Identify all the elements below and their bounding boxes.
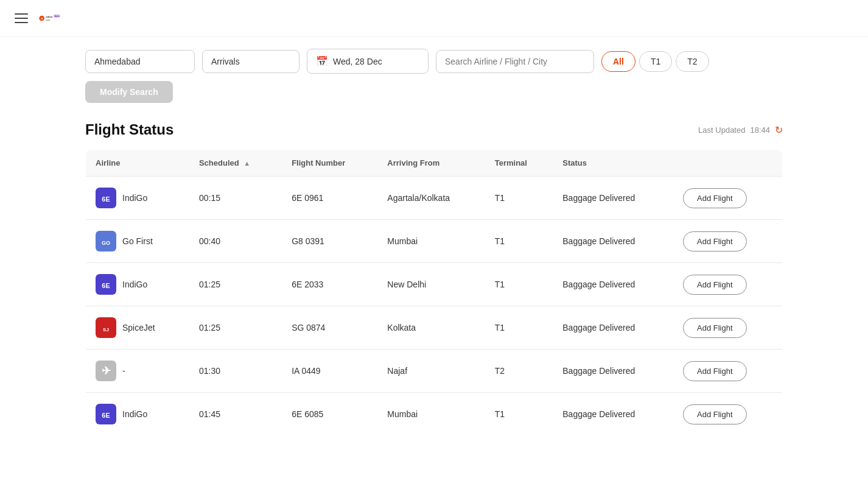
table-row: GO Go First 00:40 G8 0391 Mumbai T1 Bagg… [86, 220, 783, 263]
airline-cell-5: 6E IndiGo [86, 393, 189, 436]
status-cell-4: Baggage Delivered [553, 350, 673, 393]
search-row: 📅 Wed, 28 Dec All T1 T2 Modify Search [0, 37, 868, 115]
airline-name-4: - [122, 366, 125, 376]
flight-number-cell-3: SG 0874 [282, 306, 377, 350]
scheduled-cell-2: 01:25 [189, 263, 282, 306]
svg-text:SJ: SJ [103, 327, 109, 332]
modify-search-button[interactable]: Modify Search [85, 81, 173, 103]
arriving-from-cell-3: Kolkata [377, 306, 485, 350]
status-cell-5: Baggage Delivered [553, 393, 673, 436]
scheduled-cell-3: 01:25 [189, 306, 282, 350]
airline-logo-5: 6E [96, 404, 116, 424]
scheduled-cell-1: 00:40 [189, 220, 282, 263]
main-content: Flight Status Last Updated 18:44 ↻ Airli… [0, 115, 868, 460]
col-arriving-from: Arriving From [377, 150, 485, 177]
terminal-cell-2: T1 [485, 263, 553, 306]
last-updated-time: 18:44 [750, 125, 770, 135]
table-row: ✈ - 01:30 IA 0449 Najaf T2 Baggage Deliv… [86, 350, 783, 393]
table-row: 6E IndiGo 01:45 6E 6085 Mumbai T1 Baggag… [86, 393, 783, 436]
airline-cell-0: 6E IndiGo [86, 177, 189, 220]
airline-cell-3: SJ SpiceJet [86, 306, 189, 350]
arriving-from-cell-2: New Delhi [377, 263, 485, 306]
sort-icon: ▲ [243, 160, 250, 167]
adani-one-logo: a adani one Alpha [38, 7, 61, 30]
flight-number-cell-1: G8 0391 [282, 220, 377, 263]
airline-search-input[interactable] [436, 50, 594, 73]
table-header: Airline Scheduled ▲ Flight Number Arrivi… [86, 150, 783, 177]
col-flight-number: Flight Number [282, 150, 377, 177]
airline-logo-0: 6E [96, 188, 116, 208]
add-flight-button-3[interactable]: Add Flight [683, 318, 747, 338]
add-flight-button-1[interactable]: Add Flight [683, 231, 747, 252]
action-cell-5: Add Flight [673, 393, 782, 436]
airline-logo-3: SJ [96, 317, 116, 338]
col-action [673, 150, 782, 177]
flight-number-cell-4: IA 0449 [282, 350, 377, 393]
logo-area: a adani one Alpha [38, 7, 61, 30]
status-cell-3: Baggage Delivered [553, 306, 673, 350]
table-row: 6E IndiGo 00:15 6E 0961 Agartala/Kolkata… [86, 177, 783, 220]
col-status: Status [553, 150, 673, 177]
action-cell-1: Add Flight [673, 220, 782, 263]
flight-number-cell-2: 6E 2033 [282, 263, 377, 306]
svg-text:one: one [46, 18, 51, 21]
action-cell-3: Add Flight [673, 306, 782, 350]
filter-t1-button[interactable]: T1 [639, 51, 672, 72]
add-flight-button-2[interactable]: Add Flight [683, 275, 747, 295]
table-row: 6E IndiGo 01:25 6E 2033 New Delhi T1 Bag… [86, 263, 783, 306]
airline-logo-4: ✈ [96, 361, 116, 381]
last-updated-area: Last Updated 18:44 ↻ [698, 124, 783, 136]
scheduled-cell-4: 01:30 [189, 350, 282, 393]
svg-text:Alpha: Alpha [54, 15, 59, 17]
airline-logo-2: 6E [96, 274, 116, 295]
scheduled-cell-5: 01:45 [189, 393, 282, 436]
navbar: a adani one Alpha [0, 0, 868, 37]
table-row: SJ SpiceJet 01:25 SG 0874 Kolkata T1 Bag… [86, 306, 783, 350]
filter-t2-button[interactable]: T2 [676, 51, 709, 72]
table-body: 6E IndiGo 00:15 6E 0961 Agartala/Kolkata… [86, 177, 783, 436]
terminal-cell-3: T1 [485, 306, 553, 350]
svg-text:adani: adani [46, 15, 52, 18]
add-flight-button-5[interactable]: Add Flight [683, 404, 747, 424]
add-flight-button-0[interactable]: Add Flight [683, 188, 747, 208]
svg-text:a: a [41, 16, 43, 20]
terminal-cell-1: T1 [485, 220, 553, 263]
date-value: Wed, 28 Dec [333, 57, 382, 66]
date-input[interactable]: 📅 Wed, 28 Dec [307, 49, 429, 74]
page-title: Flight Status [85, 121, 173, 138]
col-scheduled[interactable]: Scheduled ▲ [189, 150, 282, 177]
hamburger-menu[interactable] [15, 13, 28, 23]
status-cell-1: Baggage Delivered [553, 220, 673, 263]
airline-name-5: IndiGo [122, 409, 147, 419]
svg-text:GO: GO [102, 240, 110, 246]
flight-type-input[interactable] [202, 50, 299, 73]
arriving-from-cell-1: Mumbai [377, 220, 485, 263]
terminal-filter-group: All T1 T2 [601, 51, 709, 72]
terminal-cell-4: T2 [485, 350, 553, 393]
svg-text:6E: 6E [102, 282, 110, 289]
status-cell-2: Baggage Delivered [553, 263, 673, 306]
status-cell-0: Baggage Delivered [553, 177, 673, 220]
airline-name-0: IndiGo [122, 193, 147, 203]
action-cell-4: Add Flight [673, 350, 782, 393]
col-airline: Airline [86, 150, 189, 177]
filter-all-button[interactable]: All [601, 51, 635, 72]
scheduled-cell-0: 00:15 [189, 177, 282, 220]
refresh-icon[interactable]: ↻ [775, 124, 783, 136]
airline-name-3: SpiceJet [122, 323, 155, 332]
city-input[interactable] [85, 50, 195, 73]
add-flight-button-4[interactable]: Add Flight [683, 361, 747, 381]
last-updated-label: Last Updated [698, 125, 745, 135]
flight-number-cell-0: 6E 0961 [282, 177, 377, 220]
action-cell-0: Add Flight [673, 177, 782, 220]
airline-cell-2: 6E IndiGo [86, 263, 189, 306]
airline-logo-1: GO [96, 231, 116, 252]
flight-number-cell-5: 6E 6085 [282, 393, 377, 436]
flight-status-header: Flight Status Last Updated 18:44 ↻ [85, 121, 783, 138]
airline-cell-4: ✈ - [86, 350, 189, 393]
svg-text:✈: ✈ [102, 365, 111, 377]
svg-text:6E: 6E [102, 412, 110, 419]
action-cell-2: Add Flight [673, 263, 782, 306]
airline-cell-1: GO Go First [86, 220, 189, 263]
arriving-from-cell-0: Agartala/Kolkata [377, 177, 485, 220]
